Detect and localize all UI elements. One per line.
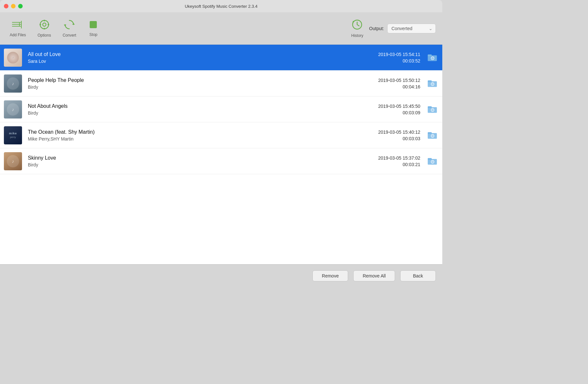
song-row[interactable]: mike perry The Ocean (feat. Shy Martin) … [0, 122, 442, 148]
svg-point-31 [432, 135, 433, 136]
add-files-button[interactable]: Add Files [4, 17, 32, 40]
song-meta: 2019-03-05 15:45:50 00:03:09 [356, 104, 420, 115]
svg-rect-17 [428, 54, 432, 56]
history-label: History [351, 33, 363, 38]
toolbar: Add Files Options Convert [0, 12, 442, 45]
song-info: Not About Angels Birdy [28, 103, 356, 116]
history-icon [351, 19, 363, 32]
open-folder-button[interactable] [427, 130, 438, 141]
song-row[interactable]: ♪ Not About Angels Birdy 2019-03-05 15:4… [0, 96, 442, 122]
song-meta: 2019-03-05 15:40:12 00:03:03 [356, 130, 420, 141]
song-duration: 00:03:09 [356, 110, 420, 115]
open-folder-button[interactable] [427, 78, 438, 89]
svg-point-35 [432, 161, 433, 162]
song-artist: Birdy [28, 110, 356, 116]
convert-label: Convert [62, 33, 76, 38]
song-date: 2019-03-05 15:37:02 [356, 155, 420, 161]
svg-marker-11 [72, 23, 75, 25]
song-thumbnail: ♪ [4, 74, 22, 93]
song-date: 2019-03-05 15:40:12 [356, 130, 420, 135]
convert-icon [64, 19, 75, 32]
song-thumbnail: ♪ [4, 49, 22, 67]
svg-point-5 [40, 20, 49, 29]
song-title: All out of Love [28, 51, 356, 57]
song-artist: Mike Perry,SHY Martin [28, 136, 356, 141]
remove-button[interactable]: Remove [312, 270, 348, 281]
title-bar: Ukeysoft Spotify Music Converter 2.3.4 [0, 0, 442, 12]
svg-point-6 [43, 23, 46, 26]
song-info: Skinny Love Birdy [28, 155, 356, 167]
stop-label: Stop [89, 32, 97, 37]
stop-button[interactable]: Stop [82, 17, 105, 40]
song-thumbnail: ♪ [4, 152, 22, 170]
song-thumbnail: mike perry [4, 126, 22, 144]
svg-rect-25 [428, 106, 432, 108]
open-folder-button[interactable] [427, 155, 438, 167]
svg-point-27 [432, 109, 433, 110]
convert-button[interactable]: Convert [57, 17, 82, 40]
song-info: All out of Love Sara Lov [28, 51, 356, 64]
song-duration: 00:04:16 [356, 84, 420, 89]
output-label: Output: [369, 26, 384, 31]
song-title: Skinny Love [28, 155, 356, 161]
song-duration: 00:03:21 [356, 162, 420, 167]
back-button[interactable]: Back [400, 270, 436, 281]
svg-rect-7 [44, 20, 45, 21]
song-list: ♪ All out of Love Sara Lov 2019-03-05 15… [0, 45, 442, 264]
song-artist: Birdy [28, 85, 356, 90]
window-title: Ukeysoft Spotify Music Converter 2.3.4 [185, 4, 258, 9]
svg-rect-13 [90, 21, 97, 28]
song-row[interactable]: ♪ People Help The People Birdy 2019-03-0… [0, 71, 442, 96]
svg-rect-0 [12, 22, 21, 23]
stop-icon [88, 20, 98, 31]
song-date: 2019-03-05 15:50:12 [356, 78, 420, 83]
output-section: Output: Converted Custom... [369, 24, 436, 33]
svg-rect-9 [40, 24, 41, 25]
svg-rect-29 [428, 132, 432, 134]
song-duration: 00:03:03 [356, 136, 420, 141]
song-row[interactable]: ♪ Skinny Love Birdy 2019-03-05 15:37:02 … [0, 148, 442, 174]
open-folder-button[interactable] [427, 104, 438, 115]
svg-point-23 [432, 84, 433, 85]
song-duration: 00:03:52 [356, 58, 420, 63]
bottom-bar: Remove Remove All Back [0, 264, 442, 287]
song-thumbnail: ♪ [4, 100, 22, 119]
song-meta: 2019-03-05 15:50:12 00:04:16 [356, 78, 420, 89]
song-info: The Ocean (feat. Shy Martin) Mike Perry,… [28, 129, 356, 141]
song-date: 2019-03-05 15:54:11 [356, 52, 420, 57]
song-title: Not About Angels [28, 103, 356, 109]
options-label: Options [38, 33, 51, 38]
maximize-button[interactable] [18, 4, 23, 8]
svg-point-19 [432, 58, 433, 59]
song-row[interactable]: ♪ All out of Love Sara Lov 2019-03-05 15… [0, 45, 442, 71]
options-button[interactable]: Options [32, 17, 57, 40]
options-icon [39, 19, 50, 32]
output-dropdown-wrap[interactable]: Converted Custom... [387, 24, 436, 33]
history-button[interactable]: History [345, 16, 369, 40]
output-select[interactable]: Converted Custom... [387, 24, 436, 33]
open-folder-button[interactable] [427, 52, 438, 63]
svg-rect-33 [428, 158, 432, 160]
song-date: 2019-03-05 15:45:50 [356, 104, 420, 109]
song-title: People Help The People [28, 77, 356, 83]
song-info: People Help The People Birdy [28, 77, 356, 90]
svg-rect-4 [19, 23, 20, 27]
song-artist: Sara Lov [28, 59, 356, 64]
song-meta: 2019-03-05 15:54:11 00:03:52 [356, 52, 420, 63]
close-button[interactable] [4, 4, 8, 8]
svg-rect-8 [44, 28, 45, 29]
svg-rect-10 [48, 24, 49, 25]
svg-rect-3 [21, 21, 22, 28]
add-files-label: Add Files [10, 33, 26, 37]
minimize-button[interactable] [11, 4, 16, 8]
svg-marker-12 [64, 25, 66, 26]
song-title: The Ocean (feat. Shy Martin) [28, 129, 356, 135]
svg-rect-21 [428, 80, 432, 82]
add-files-icon [12, 19, 24, 31]
song-meta: 2019-03-05 15:37:02 00:03:21 [356, 155, 420, 167]
remove-all-button[interactable]: Remove All [353, 270, 395, 281]
song-artist: Birdy [28, 162, 356, 167]
window-controls[interactable] [4, 4, 23, 8]
